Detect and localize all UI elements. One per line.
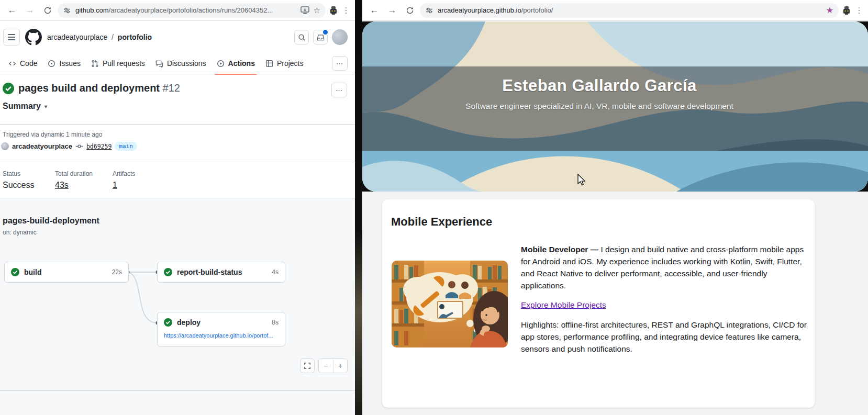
browser-toolbar-left: ← → github.com/arcadeatyourplace/portofo… [0, 0, 355, 21]
profile-avatar-icon[interactable] [841, 5, 852, 16]
status-value: Success [3, 181, 34, 190]
issue-icon [48, 60, 55, 68]
extension-icon[interactable] [328, 5, 339, 16]
browser-menu-icon[interactable]: ⋮ [854, 6, 864, 15]
back-button[interactable]: ← [366, 3, 382, 18]
summary-dropdown[interactable]: Summary ▾ [3, 102, 47, 111]
code-icon [8, 60, 16, 68]
forward-button[interactable]: → [384, 3, 400, 18]
github-header: arcadeatyourplace / portofolio [0, 21, 355, 53]
address-bar[interactable]: arcadeatyourplace.github.io/portofolio/ … [420, 3, 839, 18]
branch-badge[interactable]: main [115, 142, 137, 151]
tab-pull-requests[interactable]: Pull requests [87, 55, 149, 71]
tab-issues[interactable]: Issues [43, 55, 84, 71]
forward-button[interactable]: → [22, 3, 38, 18]
tab-discussions[interactable]: Discussions [151, 55, 210, 71]
tab-code[interactable]: Code [4, 55, 41, 71]
divider [0, 124, 355, 125]
notification-dot [322, 29, 329, 36]
duration-value-link[interactable]: 43s [55, 181, 69, 190]
github-browser-window: ← → github.com/arcadeatyourplace/portofo… [0, 0, 355, 415]
duration-label: Total duration [55, 170, 93, 177]
chevron-down-icon: ▾ [44, 104, 47, 109]
artifacts-label: Artifacts [113, 170, 135, 177]
actor-name[interactable]: arcadeatyourplace [12, 142, 72, 150]
workflow-graph-panel: pages-build-deployment on: dynamic build… [0, 198, 355, 415]
artifacts-value-link[interactable]: 1 [113, 181, 117, 190]
mobile-experience-illustration [392, 261, 508, 347]
tab-actions[interactable]: Actions [213, 55, 259, 71]
commit-sha-link[interactable]: bd69259 [86, 143, 112, 150]
browser-menu-icon[interactable]: ⋮ [341, 6, 351, 15]
site-info-icon[interactable] [63, 6, 71, 15]
breadcrumb: arcadeatyourplace / portofolio [47, 33, 152, 41]
breadcrumb-owner[interactable]: arcadeatyourplace [47, 33, 107, 41]
projects-icon [265, 60, 273, 68]
install-icon[interactable] [301, 6, 309, 14]
url-text: arcadeatyourplace.github.io/portofolio/ [438, 6, 822, 14]
inbox-button[interactable] [313, 30, 328, 44]
actions-icon [217, 60, 225, 68]
section-heading: Mobile Experience [391, 215, 492, 229]
zoom-controls: − + [318, 358, 348, 373]
job-duration: 4s [272, 268, 279, 276]
hero-wave-image: Esteban Gallardo García Software enginee… [362, 21, 868, 192]
browser-toolbar-right: ← → arcadeatyourplace.github.io/portofol… [362, 0, 868, 21]
job-card-deploy[interactable]: deploy 8s https://arcadeatyourplace.gith… [157, 312, 285, 346]
success-check-icon [3, 83, 14, 94]
job-name: deploy [177, 318, 201, 327]
tab-overflow-button[interactable]: ⋯ [332, 56, 348, 71]
job-duration: 22s [112, 268, 122, 276]
run-number: #12 [163, 82, 180, 94]
discussions-icon [155, 60, 163, 68]
deploy-url-link[interactable]: https://arcadeatyourplace.github.io/port… [158, 332, 285, 343]
reload-icon [43, 6, 52, 15]
job-card-report-build-status[interactable]: report-build-status 4s [157, 262, 285, 283]
portfolio-page: Esteban Gallardo García Software enginee… [362, 21, 868, 415]
explore-mobile-projects-link[interactable]: Explore Mobile Projects [521, 299, 606, 311]
search-icon [298, 33, 306, 41]
site-info-icon[interactable] [425, 6, 433, 15]
job-connector-lines [0, 198, 355, 415]
user-avatar[interactable] [332, 29, 348, 45]
search-button[interactable] [294, 30, 309, 44]
github-logo-icon[interactable] [25, 29, 42, 46]
highlights-paragraph: Highlights: offline-first architectures,… [521, 319, 808, 355]
job-name: report-build-status [177, 268, 242, 276]
success-check-icon [11, 268, 19, 276]
url-text: github.com/arcadeatyourplace/portofolio/… [75, 6, 296, 14]
run-title-row: pages build and deployment #12 [3, 82, 180, 94]
divider [0, 390, 355, 391]
status-label: Status [3, 170, 20, 177]
intro-paragraph: Mobile Developer — I design and build na… [521, 243, 808, 291]
reload-icon [406, 6, 414, 15]
portfolio-browser-window: ← → arcadeatyourplace.github.io/portofol… [362, 0, 868, 415]
bookmark-star-filled-icon[interactable]: ★ [826, 5, 833, 15]
success-check-icon [164, 268, 172, 276]
zoom-out-button[interactable]: − [319, 359, 333, 373]
hero-section: Esteban Gallardo García Software enginee… [362, 21, 868, 192]
hero-title: Esteban Gallardo García [362, 76, 837, 95]
trigger-info: Triggered via dynamic 1 minute ago [3, 131, 102, 138]
fullscreen-button[interactable] [300, 358, 315, 373]
reload-button[interactable] [402, 3, 418, 18]
zoom-in-button[interactable]: + [333, 359, 348, 373]
hamburger-menu-button[interactable] [3, 29, 20, 46]
back-button[interactable]: ← [4, 3, 20, 18]
commit-row: arcadeatyourplace bd69259 main [1, 142, 137, 151]
bookmark-star-icon[interactable]: ☆ [314, 6, 320, 15]
actor-avatar[interactable] [1, 142, 9, 150]
mobile-experience-card: Mobile Experience [382, 199, 815, 408]
repo-tab-bar: Code Issues Pull requests Discussions Ac… [0, 53, 355, 74]
fullscreen-icon [304, 362, 311, 369]
address-bar[interactable]: github.com/arcadeatyourplace/portofolio/… [58, 3, 326, 18]
breadcrumb-repo[interactable]: portofolio [118, 33, 152, 41]
job-card-build[interactable]: build 22s [4, 262, 129, 283]
tab-projects[interactable]: Projects [261, 55, 308, 71]
job-name: build [24, 268, 41, 276]
run-menu-button[interactable]: ⋯ [331, 83, 347, 97]
success-check-icon [164, 318, 172, 327]
hero-subtitle: Software engineer specialized in AI, VR,… [362, 102, 837, 111]
run-title: pages build and deployment #12 [18, 82, 180, 94]
reload-button[interactable] [40, 3, 55, 18]
